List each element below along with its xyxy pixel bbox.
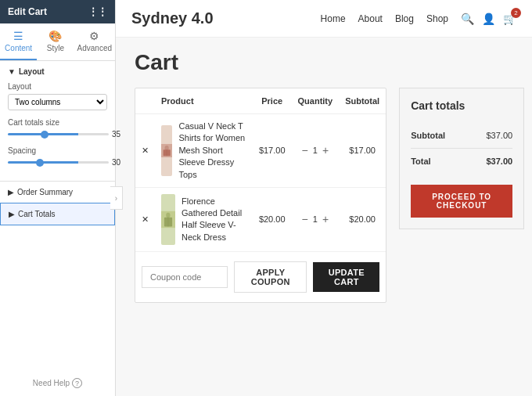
accordion-cart-totals[interactable]: ▶ Cart Totals (0, 203, 115, 225)
remove-item-2[interactable]: ✕ (142, 214, 149, 224)
col-subtotal: Subtotal (339, 88, 386, 114)
chevron-right-icon-2: ▶ (9, 210, 15, 218)
user-icon[interactable]: 👤 (482, 13, 495, 25)
nav-about[interactable]: About (358, 13, 383, 24)
product-image-1 (161, 125, 172, 176)
svg-point-5 (166, 213, 170, 218)
col-remove (135, 88, 155, 114)
advanced-tab-icon: ⚙ (77, 30, 112, 42)
panel-header-icons: ⋮⋮ (88, 6, 107, 17)
product-price-2: $20.00 (253, 187, 292, 251)
cart-table-section: Product Price Quantity Subtotal ✕ (135, 88, 386, 303)
total-value: $37.00 (487, 157, 513, 166)
site-title: Sydney 4.0 (131, 9, 214, 27)
collapse-panel-arrow[interactable]: › (110, 186, 123, 210)
subtotal-label: Subtotal (411, 131, 445, 140)
search-icon[interactable]: 🔍 (461, 13, 474, 25)
edit-panel: Edit Cart ⋮⋮ ☰ Content 🎨 Style ⚙ Advance… (0, 0, 116, 396)
nav-blog[interactable]: Blog (395, 13, 414, 24)
table-row: ✕ (135, 114, 386, 188)
qty-increase-1[interactable]: + (322, 144, 329, 157)
nav-home[interactable]: Home (321, 13, 346, 24)
qty-decrease-1[interactable]: − (302, 144, 308, 157)
table-row: ✕ (135, 187, 386, 251)
cart-totals-size-field: Cart totals size 35 (8, 118, 107, 139)
spacing-field: Spacing 30 (8, 146, 107, 167)
cart-actions: APPLY COUPON UPDATE CART (135, 252, 386, 302)
col-quantity: Quantity (292, 88, 340, 114)
col-price: Price (253, 88, 292, 114)
coupon-input[interactable] (142, 266, 228, 288)
subtotal-value: $37.00 (487, 131, 513, 140)
right-content: Sydney 4.0 Home About Blog Shop 🔍 👤 🛒 2 … (116, 0, 532, 396)
qty-increase-2[interactable]: + (322, 213, 329, 225)
panel-tabs: ☰ Content 🎨 Style ⚙ Advanced (0, 23, 115, 61)
cart-icon[interactable]: 🛒 2 (503, 13, 516, 25)
total-label: Total (411, 157, 430, 166)
tab-style[interactable]: 🎨 Style (37, 23, 74, 60)
qty-value-1: 1 (313, 146, 318, 155)
total-row: Total $37.00 (411, 149, 512, 174)
page-title: Cart (135, 50, 513, 75)
chevron-down-icon: ▼ (8, 67, 16, 76)
apply-coupon-button[interactable]: APPLY COUPON (234, 261, 307, 293)
chevron-right-icon: ▶ (8, 188, 14, 196)
quantity-control-1: − 1 + (298, 144, 333, 157)
layout-section-title: ▼ Layout (8, 67, 107, 76)
update-cart-button[interactable]: UPDATE CART (313, 262, 379, 292)
need-help[interactable]: Need Help ? (0, 378, 115, 388)
quantity-control-2: − 1 + (298, 213, 333, 225)
help-icon: ? (72, 378, 82, 388)
tab-content[interactable]: ☰ Content (0, 23, 37, 60)
page-content: Cart Product Price Quantity Subtotal (116, 38, 532, 315)
product-image-2 (161, 194, 175, 245)
product-price-1: $17.00 (253, 114, 292, 188)
accordion-order-summary[interactable]: ▶ Order Summary (0, 181, 115, 203)
style-tab-icon: 🎨 (40, 30, 70, 42)
product-subtotal-2: $20.00 (339, 187, 386, 251)
tab-advanced[interactable]: ⚙ Advanced (74, 23, 115, 60)
subtotal-row: Subtotal $37.00 (411, 123, 512, 149)
cart-layout: Product Price Quantity Subtotal ✕ (135, 88, 513, 303)
cart-badge: 2 (511, 8, 521, 18)
panel-header: Edit Cart ⋮⋮ (0, 0, 115, 23)
qty-value-2: 1 (313, 214, 318, 224)
remove-item-1[interactable]: ✕ (142, 146, 149, 155)
col-product: Product (155, 88, 253, 114)
product-name-1: Casual V Neck T Shirts for Women Mesh Sh… (178, 121, 246, 181)
panel-bottom: Need Help ? (0, 378, 115, 388)
spacing-slider[interactable] (8, 161, 109, 164)
layout-select[interactable]: Two columns One column (8, 94, 107, 110)
site-header: Sydney 4.0 Home About Blog Shop 🔍 👤 🛒 2 (116, 0, 532, 38)
product-subtotal-1: $17.00 (339, 114, 386, 188)
nav-shop[interactable]: Shop (426, 13, 448, 24)
qty-decrease-2[interactable]: − (302, 213, 308, 225)
nav-icons: 🔍 👤 🛒 2 (461, 13, 516, 25)
cart-table: Product Price Quantity Subtotal ✕ (135, 88, 386, 252)
panel-title: Edit Cart (8, 6, 47, 17)
grid-icon[interactable]: ⋮⋮ (88, 6, 107, 17)
cart-totals-title: Cart totals (411, 99, 512, 112)
checkout-button[interactable]: PROCEED TO CHECKOUT (411, 185, 512, 218)
cart-totals: Cart totals Subtotal $37.00 Total $37.00… (399, 88, 524, 229)
cart-totals-size-slider[interactable] (8, 133, 109, 135)
site-nav: Home About Blog Shop 🔍 👤 🛒 2 (321, 13, 516, 25)
product-name-2: Florence Gathered Detail Half Sleeve V-N… (182, 196, 246, 244)
content-tab-icon: ☰ (3, 30, 34, 42)
layout-field: Layout Two columns One column (8, 82, 107, 110)
layout-section: ▼ Layout Layout Two columns One column C… (0, 61, 115, 181)
